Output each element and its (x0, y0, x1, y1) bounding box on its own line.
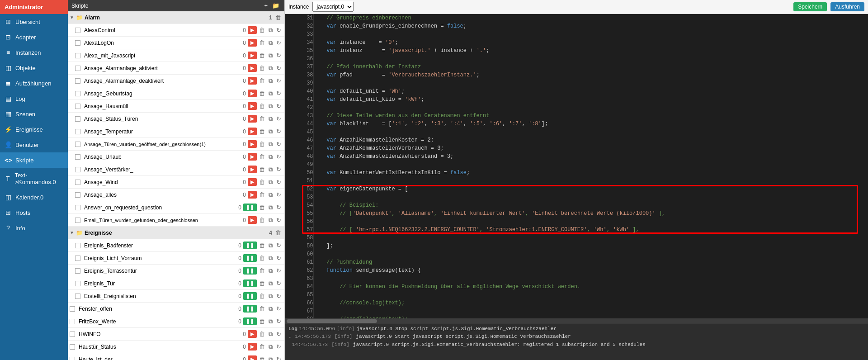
del-fenster[interactable]: 🗑 (258, 305, 266, 313)
run-button[interactable]: Ausführen (830, 2, 864, 11)
run-btn-elicht[interactable]: ❚❚ (243, 254, 257, 262)
refresh-alexa-js[interactable]: ↻ (275, 52, 283, 59)
run-btn-au[interactable]: ▶ (248, 153, 257, 161)
del-aalles[interactable]: 🗑 (258, 191, 266, 199)
sidebar-item-instanzen[interactable]: ≡ Instanzen (0, 45, 68, 60)
run-btn-fritz[interactable]: ❚❚ (243, 317, 257, 325)
copy-ast[interactable]: ⧉ (267, 115, 274, 123)
script-ansage-alles[interactable]: Ansage_alles 0 ▶ 🗑 ⧉ ↻ (68, 189, 284, 201)
refresh-au[interactable]: ↻ (275, 153, 283, 161)
add-script-button[interactable]: + (263, 2, 269, 9)
group-ereignisse[interactable]: ▼ 📁 Ereignisse 4 🗑 (68, 227, 284, 239)
refresh-aa2[interactable]: ↻ (275, 77, 283, 85)
del-au[interactable]: 🗑 (258, 153, 266, 161)
run-btn-av[interactable]: ▶ (248, 166, 257, 173)
script-ereignis-badfenster[interactable]: Ereignis_Badfenster 0 ❚❚ 🗑 ⧉ ↻ (68, 239, 284, 252)
run-btn-hwinfo[interactable]: ▶ (248, 330, 257, 338)
copy-answer[interactable]: ⧉ (267, 204, 274, 212)
del-heute[interactable]: 🗑 (258, 355, 266, 360)
run-btn-alexa-js[interactable]: ▶ (248, 52, 257, 59)
run-btn-heute[interactable]: ▶ (248, 355, 257, 360)
refresh-alexacontrol[interactable]: ↻ (275, 26, 283, 34)
copy-aalles[interactable]: ⧉ (267, 191, 274, 199)
refresh-ag[interactable]: ↻ (275, 90, 283, 97)
del-alexacontrol[interactable]: 🗑 (258, 26, 266, 34)
script-ansage-wind[interactable]: Ansage_Wind 0 ▶ 🗑 ⧉ ↻ (68, 176, 284, 189)
copy-hwinfo[interactable]: ⧉ (267, 330, 274, 338)
script-hwinfo[interactable]: HWINFO 0 ▶ 🗑 ⧉ ↻ (68, 328, 284, 341)
script-erstellt-ereignis[interactable]: Erstellt_Ereignislisten 0 ❚❚ 🗑 ⧉ ↻ (68, 290, 284, 303)
copy-aa1[interactable]: ⧉ (267, 64, 274, 72)
refresh-atu[interactable]: ↻ (275, 140, 283, 148)
refresh-etuer[interactable]: ↻ (275, 279, 283, 287)
run-btn-atu[interactable]: ▶ (248, 140, 257, 148)
script-ansage-alarm-deakt[interactable]: Ansage_Alarmanlage_deaktiviert 0 ▶ 🗑 ⧉ ↻ (68, 75, 284, 87)
copy-atu[interactable]: ⧉ (267, 140, 274, 148)
sidebar-item-hosts[interactable]: ⊞ Hosts (0, 205, 68, 220)
script-heute-ist[interactable]: Heute_ist_der 0 ▶ 🗑 ⧉ ↻ (68, 353, 284, 360)
copy-erstellt[interactable]: ⧉ (267, 292, 274, 300)
sidebar-item-szenen[interactable]: ▦ Szenen (0, 106, 68, 122)
sidebar-item-skripte[interactable]: <> Skripte (0, 152, 68, 168)
instance-select[interactable]: javascript.0 (312, 2, 354, 12)
refresh-ah[interactable]: ↻ (275, 102, 283, 110)
script-ansage-tueren1[interactable]: Ansage_Türen_wurden_geöffnet_oder_geschl… (68, 138, 284, 151)
code-editor[interactable]: 31 // Grundpreis einberechnen32 var enab… (285, 14, 868, 318)
copy-au[interactable]: ⧉ (267, 153, 274, 161)
run-btn-erstellt[interactable]: ❚❚ (243, 292, 257, 300)
script-answer-req[interactable]: Answer_on_requested_question 0 ❚❚ 🗑 ⧉ ↻ (68, 201, 284, 214)
del-answer[interactable]: 🗑 (258, 204, 266, 211)
refresh-hwinfo[interactable]: ↻ (275, 330, 283, 338)
script-ereignis-tuer[interactable]: Ereignis_Tür 0 ❚❚ 🗑 ⧉ ↻ (68, 277, 284, 290)
script-ereignis-terrasse[interactable]: Ereignis_Terrassentür 0 ❚❚ 🗑 ⧉ ↻ (68, 265, 284, 277)
del-ag[interactable]: 🗑 (258, 90, 266, 97)
refresh-alexalogon[interactable]: ↻ (275, 39, 283, 47)
run-btn-ast[interactable]: ▶ (248, 115, 257, 123)
copy-heute[interactable]: ⧉ (267, 355, 274, 360)
copy-ag[interactable]: ⧉ (267, 90, 274, 98)
del-ebad[interactable]: 🗑 (258, 242, 266, 249)
del-eterr[interactable]: 🗑 (258, 267, 266, 275)
refresh-at[interactable]: ↻ (275, 128, 283, 135)
copy-aw[interactable]: ⧉ (267, 178, 274, 186)
del-av[interactable]: 🗑 (258, 166, 266, 173)
refresh-fritz[interactable]: ↻ (275, 317, 283, 325)
script-ansage-alarm-akt[interactable]: Ansage_Alarmanlage_aktiviert 0 ▶ 🗑 ⧉ ↻ (68, 62, 284, 75)
run-btn-aalles[interactable]: ▶ (248, 191, 257, 199)
run-btn-etuer[interactable]: ❚❚ (243, 279, 257, 287)
script-ansage-status-tueren[interactable]: Ansage_Status_Türen 0 ▶ 🗑 ⧉ ↻ (68, 113, 284, 125)
script-alexacontrol[interactable]: AlexaControl 0 ▶ 🗑 ⧉ ↻ (68, 24, 284, 37)
del-alexalogon[interactable]: 🗑 (258, 39, 266, 47)
sidebar-item-aufzaehlungen[interactable]: ≣ Aufzählungen (0, 76, 68, 91)
group-alarm[interactable]: ▼ 📁 Alarm 1 🗑 (68, 11, 284, 24)
refresh-aw[interactable]: ↻ (275, 178, 283, 186)
sidebar-item-adapter[interactable]: ⊡ Adapter (0, 29, 68, 45)
copy-aa2[interactable]: ⧉ (267, 77, 274, 85)
refresh-ebad[interactable]: ↻ (275, 242, 283, 249)
sidebar-item-ereignisse[interactable]: ⚡ Ereignisse (0, 122, 68, 137)
script-haustur-status[interactable]: Haustür_Status 0 ▶ 🗑 ⧉ ↻ (68, 341, 284, 353)
copy-haustur[interactable]: ⧉ (267, 343, 274, 351)
refresh-aalles[interactable]: ↻ (275, 191, 283, 199)
del-ast[interactable]: 🗑 (258, 115, 266, 123)
sidebar-item-objekte[interactable]: ◫ Objekte (0, 60, 68, 76)
refresh-ast[interactable]: ↻ (275, 115, 283, 123)
refresh-heute[interactable]: ↻ (275, 355, 283, 360)
del-email[interactable]: 🗑 (258, 216, 266, 224)
copy-etuer[interactable]: ⧉ (267, 279, 274, 288)
del-ah[interactable]: 🗑 (258, 102, 266, 110)
run-btn-haustur[interactable]: ▶ (248, 343, 257, 351)
refresh-elicht[interactable]: ↻ (275, 254, 283, 262)
sidebar-item-info[interactable]: ? Info (0, 220, 68, 236)
copy-elicht[interactable]: ⧉ (267, 254, 274, 262)
script-fenster-offen[interactable]: Fenster_offen 0 ❚❚ 🗑 ⧉ ↻ (68, 303, 284, 315)
script-alexalogon[interactable]: AlexaLogOn 0 ▶ 🗑 ⧉ ↻ (68, 37, 284, 49)
horizontal-scrollbar[interactable] (285, 318, 868, 324)
script-ansage-geburt[interactable]: Ansage_Geburtstag 0 ▶ 🗑 ⧉ ↻ (68, 87, 284, 100)
del-fritz[interactable]: 🗑 (258, 317, 266, 325)
sidebar-item-kalender[interactable]: ◫ Kalender.0 (0, 189, 68, 205)
run-btn-email[interactable]: ▶ (248, 216, 257, 224)
script-email-tueren[interactable]: Email_Türen_wurden_gefunden_oder_geschlo… (68, 214, 284, 227)
sidebar-item-text-kommandos[interactable]: T Text->Kommandos.0 (0, 168, 68, 189)
script-ansage-temp[interactable]: Ansage_Temperatur 0 ▶ 🗑 ⧉ ↻ (68, 125, 284, 138)
